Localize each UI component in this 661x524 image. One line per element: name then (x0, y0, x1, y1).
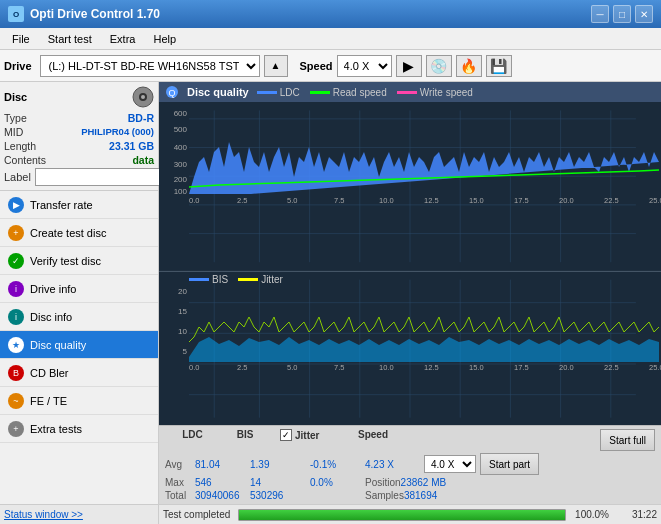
legend-read-speed: Read speed (310, 87, 387, 98)
verify-test-disc-icon: ✓ (8, 253, 24, 269)
main-area: Disc Type BD-R MID PHILIPR04 (000) Lengt… (0, 82, 661, 524)
extra-tests-icon: + (8, 421, 24, 437)
sidebar-item-disc-info[interactable]: i Disc info (0, 303, 158, 331)
svg-text:7.5: 7.5 (334, 363, 344, 372)
svg-text:20.0: 20.0 (559, 363, 574, 372)
avg-label: Avg (165, 459, 195, 470)
menu-help[interactable]: Help (145, 31, 184, 47)
disc-button[interactable]: 💿 (426, 55, 452, 77)
chart-header: Q Disc quality LDC Read speed Write spee… (159, 82, 661, 102)
sidebar-item-disc-quality[interactable]: ★ Disc quality (0, 331, 158, 359)
contents-value: data (132, 154, 154, 166)
progress-bar-container (238, 509, 566, 521)
svg-text:Q: Q (168, 88, 175, 98)
speed-select[interactable]: 4.0 X (337, 55, 392, 77)
menu-start-test[interactable]: Start test (40, 31, 100, 47)
sidebar: Disc Type BD-R MID PHILIPR04 (000) Lengt… (0, 82, 159, 524)
sidebar-item-cd-bler[interactable]: B CD Bler (0, 359, 158, 387)
svg-text:5.0: 5.0 (287, 196, 297, 205)
length-label: Length (4, 140, 36, 152)
menubar: File Start test Extra Help (0, 28, 661, 50)
titlebar-controls: ─ □ ✕ (591, 5, 653, 23)
total-bis: 530296 (250, 490, 300, 501)
disc-info-icon: i (8, 309, 24, 325)
svg-text:15.0: 15.0 (469, 196, 484, 205)
disc-panel: Disc Type BD-R MID PHILIPR04 (000) Lengt… (0, 82, 158, 191)
avg-speed: 4.23 X (365, 459, 420, 470)
disc-title: Disc (4, 91, 27, 103)
svg-text:25.0 GB: 25.0 GB (649, 363, 661, 372)
label-input[interactable] (35, 168, 168, 186)
svg-text:0.0: 0.0 (189, 196, 199, 205)
eject-button[interactable]: ▲ (264, 55, 288, 77)
bottom-controls: LDC BIS ✓ Jitter Speed Start full (159, 425, 661, 504)
samples-value: 381694 (404, 490, 437, 501)
jitter-label: Jitter (261, 274, 283, 285)
ldc-color (257, 91, 277, 94)
svg-text:200: 200 (174, 175, 188, 184)
position-value: 23862 MB (401, 477, 461, 488)
chart-legend: LDC Read speed Write speed (257, 87, 473, 98)
bis-color (189, 278, 209, 281)
menu-extra[interactable]: Extra (102, 31, 144, 47)
sidebar-item-fe-te[interactable]: ~ FE / TE (0, 387, 158, 415)
jitter-color (238, 278, 258, 281)
svg-text:12.5: 12.5 (424, 363, 439, 372)
minimize-button[interactable]: ─ (591, 5, 609, 23)
label-label: Label (4, 171, 31, 183)
sidebar-item-verify-test-disc[interactable]: ✓ Verify test disc (0, 247, 158, 275)
save-button[interactable]: 💾 (486, 55, 512, 77)
speed-header: Speed (358, 429, 388, 440)
transfer-rate-label: Transfer rate (30, 199, 93, 211)
fe-te-icon: ~ (8, 393, 24, 409)
svg-text:100: 100 (174, 187, 188, 196)
play-button[interactable]: ▶ (396, 55, 422, 77)
length-value: 23.31 GB (109, 140, 154, 152)
position-label: Position (365, 477, 401, 488)
mid-value: PHILIPR04 (000) (81, 126, 154, 138)
avg-bis: 1.39 (250, 459, 300, 470)
disc-quality-icon: ★ (8, 337, 24, 353)
sidebar-item-transfer-rate[interactable]: ▶ Transfer rate (0, 191, 158, 219)
svg-text:12.5: 12.5 (424, 196, 439, 205)
svg-text:20: 20 (178, 287, 187, 296)
svg-text:22.5: 22.5 (604, 196, 619, 205)
sidebar-item-drive-info[interactable]: i Drive info (0, 275, 158, 303)
svg-text:10.0: 10.0 (379, 196, 394, 205)
legend-ldc: LDC (257, 87, 300, 98)
svg-text:17.5: 17.5 (514, 196, 529, 205)
jitter-checkbox[interactable]: ✓ (280, 429, 292, 441)
total-label: Total (165, 490, 195, 501)
drive-select[interactable]: (L:) HL-DT-ST BD-RE WH16NS58 TST4 (40, 55, 260, 77)
maximize-button[interactable]: □ (613, 5, 631, 23)
svg-text:0.0: 0.0 (189, 363, 199, 372)
svg-text:7.5: 7.5 (334, 196, 344, 205)
close-button[interactable]: ✕ (635, 5, 653, 23)
content-area: Q Disc quality LDC Read speed Write spee… (159, 82, 661, 524)
legend-bis: BIS (189, 274, 228, 285)
ldc-label: LDC (280, 87, 300, 98)
svg-text:2.5: 2.5 (237, 363, 247, 372)
svg-text:17.5: 17.5 (514, 363, 529, 372)
start-full-button[interactable]: Start full (600, 429, 655, 451)
status-bar: Status window >> (0, 504, 158, 524)
legend-write-speed: Write speed (397, 87, 473, 98)
toolbar: Drive (L:) HL-DT-ST BD-RE WH16NS58 TST4 … (0, 50, 661, 82)
status-window-button[interactable]: Status window >> (4, 509, 83, 520)
menu-file[interactable]: File (4, 31, 38, 47)
disc-quality-label: Disc quality (30, 339, 86, 351)
drive-label: Drive (4, 60, 32, 72)
avg-ldc: 81.04 (195, 459, 250, 470)
max-ldc: 546 (195, 477, 250, 488)
bis-header: BIS (237, 429, 254, 440)
speed-select-2[interactable]: 4.0 X (424, 455, 476, 473)
status-text: Test completed (163, 509, 230, 520)
avg-jitter: -0.1% (310, 459, 365, 470)
extra-tests-label: Extra tests (30, 423, 82, 435)
sidebar-item-extra-tests[interactable]: + Extra tests (0, 415, 158, 443)
burn-button[interactable]: 🔥 (456, 55, 482, 77)
charts-container: 600 500 400 300 200 100 18X 16X 14X 12X … (159, 102, 661, 425)
start-part-button[interactable]: Start part (480, 453, 539, 475)
svg-text:5: 5 (183, 347, 188, 356)
sidebar-item-create-test-disc[interactable]: + Create test disc (0, 219, 158, 247)
